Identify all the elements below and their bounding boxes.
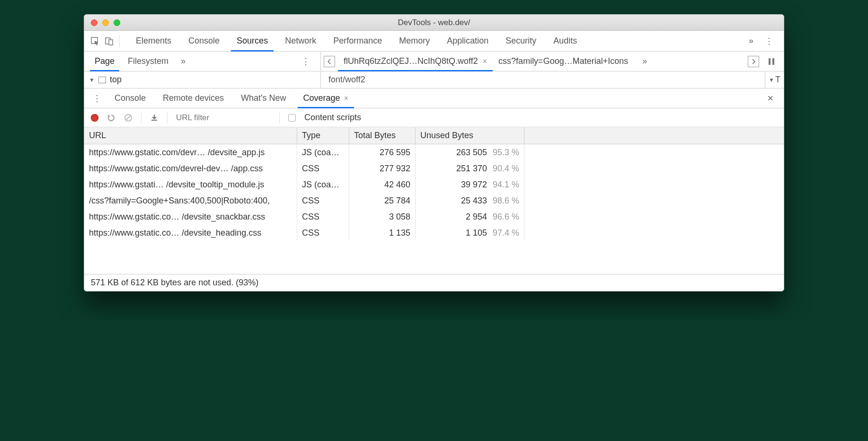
- coverage-row[interactable]: https://www.gstati… /devsite_tooltip_mod…: [84, 176, 784, 193]
- sources-overflow-icon[interactable]: »: [175, 56, 191, 66]
- cell-type: JS (coa…: [297, 176, 349, 193]
- cell-usage-bar: [524, 225, 784, 241]
- cell-url: https://www.gstatic.co… /devsite_snackba…: [84, 209, 297, 225]
- file-tab[interactable]: flUhRq6tzZclQEJ…NcIhQ8tQ.woff2×: [338, 52, 493, 71]
- drawer-tab-what-s-new[interactable]: What's New: [232, 88, 294, 108]
- cell-type: CSS: [297, 193, 349, 209]
- tree-root-label: top: [110, 75, 122, 85]
- drawer-tab-remote-devices[interactable]: Remote devices: [154, 88, 232, 108]
- coverage-row[interactable]: https://www.gstatic.com/devrel-dev… /app…: [84, 160, 784, 176]
- coverage-row[interactable]: https://www.gstatic.com/devr… /devsite_a…: [84, 144, 784, 160]
- column-visualization: [524, 127, 784, 144]
- cell-usage-bar: [524, 209, 784, 225]
- coverage-row[interactable]: https://www.gstatic.co… /devsite_heading…: [84, 225, 784, 241]
- tab-console[interactable]: Console: [180, 31, 228, 51]
- expand-icon[interactable]: ▼: [89, 77, 95, 83]
- inspect-icon[interactable]: [88, 31, 102, 51]
- coverage-row[interactable]: /css?family=Google+Sans:400,500|Roboto:4…: [84, 193, 784, 209]
- cell-type: JS (coa…: [297, 144, 349, 160]
- window-controls: [84, 19, 120, 26]
- cell-type: CSS: [297, 225, 349, 241]
- device-toggle-icon[interactable]: [102, 31, 116, 51]
- files-overflow-icon[interactable]: »: [637, 56, 653, 66]
- column-total-bytes[interactable]: Total Bytes: [349, 127, 416, 144]
- tab-audits[interactable]: Audits: [545, 31, 585, 51]
- svg-rect-2: [109, 40, 113, 45]
- drawer-close-icon[interactable]: ×: [761, 92, 780, 105]
- cell-unused: 39 97294.1 %: [416, 176, 524, 193]
- cell-total: 277 932: [349, 160, 416, 176]
- sources-kebab-icon[interactable]: ⋮: [295, 56, 317, 67]
- tab-security[interactable]: Security: [497, 31, 545, 51]
- cell-unused: 263 50595.3 %: [416, 144, 524, 160]
- coverage-table-header: URL Type Total Bytes Unused Bytes: [84, 127, 784, 144]
- svg-line-6: [126, 115, 131, 120]
- cell-usage-bar: [524, 144, 784, 160]
- tabs-overflow-icon[interactable]: »: [744, 36, 758, 46]
- cell-unused: 251 37090.4 %: [416, 160, 524, 176]
- tab-network[interactable]: Network: [276, 31, 325, 51]
- content-mime-type: font/woff2: [321, 71, 765, 88]
- cell-total: 25 784: [349, 193, 416, 209]
- file-tab[interactable]: css?family=Goog…Material+Icons: [493, 52, 634, 71]
- svg-rect-3: [769, 58, 771, 65]
- drawer-tab-console[interactable]: Console: [106, 88, 154, 108]
- cell-url: /css?family=Google+Sans:400,500|Roboto:4…: [84, 193, 297, 209]
- reload-icon[interactable]: [107, 114, 115, 122]
- cell-url: https://www.gstatic.com/devr… /devsite_a…: [84, 144, 297, 160]
- cell-unused: 2 95496.6 %: [416, 209, 524, 225]
- sources-tab-filesystem[interactable]: Filesystem: [121, 52, 175, 71]
- tab-elements[interactable]: Elements: [127, 31, 180, 51]
- cell-url: https://www.gstati… /devsite_tooltip_mod…: [84, 176, 297, 193]
- cell-usage-bar: [524, 176, 784, 193]
- drawer-tab-bar: ⋮ ConsoleRemote devicesWhat's NewCoverag…: [84, 88, 784, 108]
- drawer-kebab-icon[interactable]: ⋮: [88, 93, 106, 104]
- cell-usage-bar: [524, 193, 784, 209]
- sources-left-panel-tabs: PageFilesystem » ⋮: [84, 52, 321, 71]
- sources-body-strip: ▼ top font/woff2 ▼ T: [84, 71, 784, 88]
- coverage-toolbar: Content scripts: [84, 108, 784, 127]
- close-window-icon[interactable]: [91, 19, 97, 26]
- main-tab-bar: ElementsConsoleSourcesNetworkPerformance…: [84, 31, 784, 52]
- frame-icon: [98, 77, 106, 83]
- coverage-row[interactable]: https://www.gstatic.co… /devsite_snackba…: [84, 209, 784, 225]
- coverage-summary: 571 KB of 612 KB bytes are not used. (93…: [84, 274, 784, 291]
- right-panel-toggle[interactable]: ▼ T: [765, 71, 784, 88]
- window-title: DevTools - web.dev/: [84, 18, 784, 27]
- url-filter-input[interactable]: [176, 113, 271, 123]
- cell-url: https://www.gstatic.co… /devsite_heading…: [84, 225, 297, 241]
- cell-total: 276 595: [349, 144, 416, 160]
- tab-application[interactable]: Application: [438, 31, 497, 51]
- column-type[interactable]: Type: [297, 127, 349, 144]
- nav-back-icon[interactable]: [324, 56, 335, 67]
- sources-tab-page[interactable]: Page: [88, 52, 121, 71]
- devtools-window: DevTools - web.dev/ ElementsConsoleSourc…: [84, 14, 784, 291]
- content-scripts-checkbox[interactable]: [288, 114, 296, 122]
- nav-forward-icon[interactable]: [748, 56, 759, 67]
- column-unused-bytes[interactable]: Unused Bytes: [416, 127, 524, 144]
- pause-icon[interactable]: [762, 58, 781, 65]
- sources-header: PageFilesystem » ⋮ flUhRq6tzZclQEJ…NcIhQ…: [84, 52, 784, 71]
- export-icon[interactable]: [150, 114, 159, 122]
- close-file-icon[interactable]: ×: [483, 57, 487, 66]
- coverage-table-body: https://www.gstatic.com/devr… /devsite_a…: [84, 144, 784, 241]
- drawer-tab-coverage[interactable]: Coverage×: [295, 88, 357, 108]
- clear-icon[interactable]: [124, 114, 133, 122]
- column-url[interactable]: URL: [84, 127, 297, 144]
- cell-url: https://www.gstatic.com/devrel-dev… /app…: [84, 160, 297, 176]
- minimize-window-icon[interactable]: [102, 19, 109, 26]
- divider: [141, 113, 142, 123]
- record-icon[interactable]: [91, 114, 98, 122]
- coverage-empty-space: [84, 241, 784, 274]
- close-drawer-tab-icon[interactable]: ×: [344, 94, 348, 103]
- content-scripts-label: Content scripts: [304, 113, 361, 123]
- cell-total: 42 460: [349, 176, 416, 193]
- tab-performance[interactable]: Performance: [325, 31, 390, 51]
- tab-sources[interactable]: Sources: [228, 31, 276, 51]
- maximize-window-icon[interactable]: [114, 19, 120, 26]
- cell-type: CSS: [297, 160, 349, 176]
- page-tree-root[interactable]: ▼ top: [84, 71, 321, 88]
- settings-kebab-icon[interactable]: ⋮: [758, 36, 780, 46]
- open-files-bar: flUhRq6tzZclQEJ…NcIhQ8tQ.woff2×css?famil…: [321, 52, 784, 71]
- tab-memory[interactable]: Memory: [390, 31, 438, 51]
